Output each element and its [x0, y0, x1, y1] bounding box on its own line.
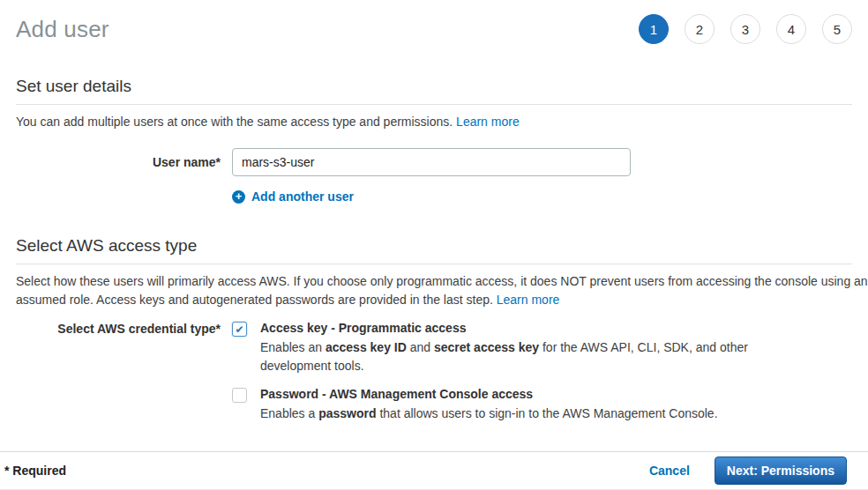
checkmark-icon: ✔ — [235, 323, 243, 336]
learn-more-link-user-details[interactable]: Learn more — [456, 115, 520, 129]
step-3-indicator: 3 — [730, 14, 760, 44]
page-title: Add user — [16, 16, 109, 43]
wizard-footer: * Required Cancel Next: Permissions — [0, 451, 868, 490]
required-note: * Required — [4, 464, 66, 478]
wizard-step-indicator: 1 2 3 4 5 — [639, 14, 852, 44]
plus-circle-icon: + — [232, 190, 245, 204]
description-text: You can add multiple users at once with … — [16, 115, 456, 129]
add-another-user-label: Add another user — [251, 189, 354, 204]
credential-options: ✔ Access key - Programmatic access Enabl… — [232, 321, 852, 423]
step-1-indicator: 1 — [639, 14, 669, 44]
step-2-indicator: 2 — [685, 14, 715, 44]
access-key-option-title: Access key - Programmatic access — [260, 321, 754, 335]
desc-text: and — [407, 340, 434, 354]
learn-more-link-access-type[interactable]: Learn more — [497, 293, 560, 307]
password-option-description: Enables a password that allows users to … — [260, 405, 718, 423]
select-access-type-heading: Select AWS access type — [16, 236, 852, 264]
description-text: Select how these users will primarily ac… — [16, 274, 868, 307]
add-another-user-button[interactable]: +Add another user — [232, 189, 354, 204]
access-key-checkbox[interactable]: ✔ — [232, 322, 247, 337]
select-access-type-description: Select how these users will primarily ac… — [16, 272, 868, 309]
user-name-row: User name* — [16, 148, 852, 176]
user-name-label: User name* — [16, 148, 221, 176]
access-key-option: ✔ Access key - Programmatic access Enabl… — [232, 321, 852, 375]
add-another-user-row: +Add another user — [16, 189, 852, 204]
desc-bold-text: password — [318, 406, 376, 420]
cancel-button[interactable]: Cancel — [649, 464, 690, 478]
password-option: Password - AWS Management Console access… — [232, 387, 852, 423]
desc-bold-text: secret access key — [434, 340, 539, 354]
page-header: Add user 1 2 3 4 5 — [16, 0, 852, 44]
user-name-input[interactable] — [232, 148, 631, 176]
step-5-indicator: 5 — [822, 14, 852, 44]
step-4-indicator: 4 — [776, 14, 806, 44]
desc-bold-text: access key ID — [326, 340, 407, 354]
password-checkbox[interactable] — [232, 388, 247, 403]
desc-text: that allows users to sign-in to the AWS … — [377, 406, 718, 420]
next-permissions-button[interactable]: Next: Permissions — [715, 457, 847, 485]
add-user-page: Add user 1 2 3 4 5 Set user details You … — [0, 0, 868, 423]
credential-type-row: Select AWS credential type* ✔ Access key… — [16, 321, 852, 423]
desc-text: Enables a — [260, 406, 318, 420]
set-user-details-description: You can add multiple users at once with … — [16, 113, 852, 131]
desc-text: Enables an — [260, 340, 326, 354]
access-key-option-description: Enables an access key ID and secret acce… — [260, 338, 754, 375]
set-user-details-heading: Set user details — [16, 77, 852, 105]
credential-type-label: Select AWS credential type* — [16, 321, 221, 423]
password-option-title: Password - AWS Management Console access — [260, 387, 718, 401]
